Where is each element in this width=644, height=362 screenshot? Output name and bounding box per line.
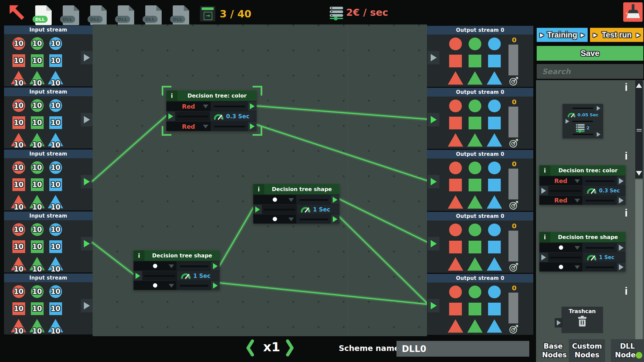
shape-option-dropdown[interactable] [539, 243, 582, 252]
tab-dll-nodes[interactable]: DLL Nodes [611, 339, 644, 362]
dll-tab[interactable]: DLL [63, 5, 79, 25]
output-port[interactable] [595, 131, 602, 137]
node-canvas[interactable]: i Decision tree: color Red [93, 24, 427, 336]
scrollbar-thumb[interactable] [635, 80, 643, 178]
stream-output-port[interactable] [81, 175, 93, 188]
search-input[interactable] [537, 64, 643, 79]
scheme-name-input[interactable] [396, 341, 529, 357]
goal-icon[interactable] [509, 138, 519, 148]
shape-option-dropdown[interactable] [539, 262, 582, 272]
output-port[interactable] [248, 122, 257, 131]
slider-track[interactable] [211, 102, 257, 111]
node-decision-tree-shape[interactable]: i Decision tree shape [253, 184, 339, 224]
info-icon[interactable]: i [253, 184, 264, 194]
output-port[interactable] [331, 215, 339, 224]
slider-track[interactable] [548, 253, 583, 262]
goal-icon[interactable] [509, 262, 519, 272]
color-option-dropdown[interactable]: Red [166, 102, 211, 111]
dll-tab[interactable]: DLL [90, 5, 107, 25]
library-node-decision-tree-color[interactable]: i Decision tree: color Red [539, 165, 626, 205]
slider-track[interactable] [177, 281, 220, 290]
slider-track[interactable] [573, 108, 593, 109]
slider-track[interactable] [573, 134, 593, 135]
color-option-dropdown[interactable]: Red [166, 122, 211, 131]
trashcan[interactable]: Trashcan [561, 307, 603, 333]
output-port[interactable] [617, 262, 626, 272]
info-icon[interactable]: i [166, 90, 177, 101]
info-button[interactable]: i [621, 207, 631, 219]
info-button[interactable]: i [621, 150, 631, 162]
stream-output-port[interactable] [81, 299, 93, 312]
slider-track[interactable] [583, 176, 626, 185]
dll-tab[interactable]: DLL [173, 5, 189, 25]
stream-output-port[interactable] [81, 237, 93, 250]
slider-track[interactable] [583, 196, 626, 205]
input-port[interactable] [253, 205, 262, 214]
stream-input-port[interactable] [428, 51, 439, 64]
input-port[interactable] [539, 253, 548, 262]
goal-icon[interactable] [509, 200, 519, 210]
stream-input-port[interactable] [428, 299, 439, 312]
slider-track[interactable] [583, 262, 626, 272]
output-port[interactable] [248, 102, 257, 111]
stream-output-port[interactable] [81, 51, 93, 64]
scroll-up-icon[interactable] [636, 83, 642, 88]
slider-track[interactable] [262, 205, 297, 214]
slider-track[interactable] [142, 271, 177, 280]
info-button[interactable]: i [621, 81, 631, 93]
stream-input-port[interactable] [428, 175, 439, 188]
dll-tab[interactable]: DLL [145, 5, 162, 25]
shape-option-dropdown[interactable] [133, 281, 176, 290]
training-button[interactable]: ▶ Training ▶ [537, 28, 588, 42]
node-decision-tree-color[interactable]: i Decision tree: color Red [166, 90, 257, 131]
shape-option-dropdown[interactable] [133, 261, 176, 270]
info-icon[interactable]: i [539, 232, 550, 242]
output-port[interactable] [211, 281, 220, 290]
input-port[interactable] [166, 112, 175, 121]
library-node-delay[interactable]: 0.05 Sec 2 [562, 104, 603, 138]
slider-track[interactable] [175, 112, 210, 121]
goal-icon[interactable] [509, 76, 519, 86]
color-option-dropdown[interactable]: Red [539, 196, 582, 205]
info-icon[interactable]: i [539, 165, 550, 176]
scrollbar[interactable] [635, 80, 643, 339]
output-port[interactable] [211, 261, 220, 270]
node-decision-tree-shape[interactable]: i Decision tree shape [133, 250, 220, 290]
stream-output-port[interactable] [81, 113, 93, 126]
slider-track[interactable] [297, 195, 339, 204]
slider-track[interactable] [177, 261, 220, 270]
shape-option-dropdown[interactable] [253, 195, 296, 204]
back-button[interactable] [7, 3, 27, 23]
scroll-down-icon[interactable] [636, 171, 642, 176]
input-port[interactable] [539, 186, 548, 195]
input-port[interactable] [564, 118, 571, 124]
speed-up-button[interactable] [284, 339, 296, 357]
output-port[interactable] [617, 243, 626, 252]
library-node-decision-tree-shape[interactable]: i Decision tree shape [539, 232, 626, 272]
stream-input-port[interactable] [428, 113, 439, 126]
color-option-dropdown[interactable]: Red [539, 176, 582, 185]
info-icon[interactable]: i [133, 250, 145, 261]
trashcan-input-port[interactable] [555, 318, 563, 327]
tab-base-nodes[interactable]: Base Nodes [540, 339, 566, 362]
scrollbar-track[interactable] [635, 179, 643, 339]
slider-track[interactable] [211, 122, 257, 131]
test-run-button[interactable]: ▶ Test run ▶ [590, 28, 643, 42]
slider-track[interactable] [297, 215, 339, 224]
input-port[interactable] [133, 271, 142, 280]
dll-tab[interactable]: DLL [35, 5, 52, 25]
output-port[interactable] [331, 195, 339, 204]
output-port[interactable] [617, 196, 626, 205]
output-port[interactable] [595, 105, 602, 111]
slider-track[interactable] [548, 186, 583, 195]
save-button[interactable]: Save [537, 46, 643, 61]
goal-icon[interactable] [509, 324, 519, 334]
info-button[interactable]: i [621, 285, 631, 297]
output-port[interactable] [617, 176, 626, 185]
speed-down-button[interactable] [244, 339, 256, 357]
tab-custom-nodes[interactable]: Custom Nodes [569, 339, 605, 362]
stream-input-port[interactable] [428, 237, 439, 250]
dll-tab[interactable]: DLL [118, 5, 134, 25]
slider-track[interactable] [572, 121, 593, 122]
shape-option-dropdown[interactable] [253, 215, 296, 224]
